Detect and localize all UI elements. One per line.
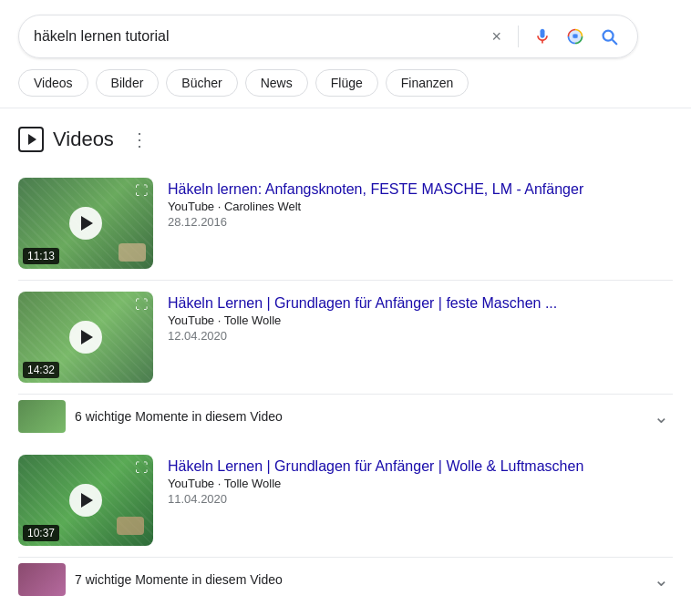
key-moment-thumb-2 bbox=[18, 400, 66, 433]
video-title-2[interactable]: Häkeln Lernen | Grundlagen für Anfänger … bbox=[168, 295, 557, 311]
key-moments-row-3: 7 wichtige Momente in diesem Video ⌄ bbox=[18, 558, 673, 607]
video-date-3: 11.04.2020 bbox=[168, 492, 673, 506]
tab-finanzen[interactable]: Finanzen bbox=[386, 69, 469, 97]
video-title-1[interactable]: Häkeln lernen: Anfangsknoten, FESTE MASC… bbox=[168, 181, 583, 197]
video-thumbnail-3[interactable]: 10:37 ⛶ bbox=[18, 455, 153, 546]
search-button[interactable] bbox=[595, 23, 623, 50]
video-result-2: 14:32 ⛶ Häkeln Lernen | Grundlagen für A… bbox=[18, 281, 673, 395]
show-all-container: Alle anzeigen → bbox=[18, 607, 673, 616]
microphone-button[interactable] bbox=[530, 24, 555, 49]
key-moments-row-2: 6 wichtige Momente in diesem Video ⌄ bbox=[18, 395, 673, 444]
filter-tabs: Videos Bilder Bücher News Flüge Finanzen bbox=[0, 69, 691, 108]
video-source-1: YouTube · Carolines Welt bbox=[168, 200, 673, 213]
search-input[interactable] bbox=[34, 28, 479, 45]
tab-buecher[interactable]: Bücher bbox=[166, 69, 237, 97]
video-duration-1: 11:13 bbox=[23, 248, 59, 264]
play-button-1[interactable] bbox=[69, 207, 102, 240]
videos-section: Videos ⋮ 11:13 ⛶ Häkeln lernen: Anfangsk… bbox=[0, 108, 691, 616]
video-duration-3: 10:37 bbox=[23, 525, 59, 541]
video-info-2: Häkeln Lernen | Grundlagen für Anfänger … bbox=[168, 292, 673, 343]
tab-fluege[interactable]: Flüge bbox=[315, 69, 378, 97]
video-duration-2: 14:32 bbox=[23, 362, 59, 378]
key-moment-text-3: 7 wichtige Momente in diesem Video bbox=[75, 572, 641, 587]
search-bar: × bbox=[18, 15, 638, 58]
tab-videos[interactable]: Videos bbox=[18, 69, 88, 97]
video-date-1: 28.12.2016 bbox=[168, 215, 673, 229]
key-moment-expand-3[interactable]: ⌄ bbox=[650, 569, 673, 590]
video-source-2: YouTube · Tolle Wolle bbox=[168, 313, 673, 327]
tab-news[interactable]: News bbox=[245, 69, 308, 97]
video-result-1: 11:13 ⛶ Häkeln lernen: Anfangsknoten, FE… bbox=[18, 167, 673, 281]
expand-icon-3: ⛶ bbox=[135, 460, 148, 475]
play-button-3[interactable] bbox=[69, 484, 102, 517]
section-header: Videos ⋮ bbox=[18, 127, 673, 152]
thumb-hand-decoration bbox=[119, 243, 146, 262]
video-info-3: Häkeln Lernen | Grundlagen für Anfänger … bbox=[168, 455, 673, 506]
key-moment-thumb-3 bbox=[18, 563, 66, 596]
thumb-hand-decoration-3 bbox=[117, 517, 144, 535]
key-moment-text-2: 6 wichtige Momente in diesem Video bbox=[75, 409, 641, 424]
section-play-icon bbox=[18, 127, 44, 152]
lens-button[interactable] bbox=[562, 24, 588, 49]
search-bar-container: × bbox=[0, 0, 691, 69]
section-more-button[interactable]: ⋮ bbox=[125, 127, 154, 152]
video-date-2: 12.04.2020 bbox=[168, 329, 673, 343]
video-thumbnail-1[interactable]: 11:13 ⛶ bbox=[18, 178, 153, 269]
key-moment-expand-2[interactable]: ⌄ bbox=[650, 406, 673, 427]
play-button-2[interactable] bbox=[69, 321, 102, 354]
clear-button[interactable]: × bbox=[486, 26, 507, 46]
video-source-3: YouTube · Tolle Wolle bbox=[168, 477, 673, 490]
expand-icon-1: ⛶ bbox=[135, 183, 148, 198]
search-divider bbox=[518, 26, 519, 47]
section-title: Videos bbox=[53, 128, 114, 151]
video-thumbnail-2[interactable]: 14:32 ⛶ bbox=[18, 292, 153, 383]
video-title-3[interactable]: Häkeln Lernen | Grundlagen für Anfänger … bbox=[168, 458, 583, 474]
video-info-1: Häkeln lernen: Anfangsknoten, FESTE MASC… bbox=[168, 178, 673, 229]
tab-bilder[interactable]: Bilder bbox=[96, 69, 160, 97]
expand-icon-2: ⛶ bbox=[135, 297, 148, 312]
video-result-3: 10:37 ⛶ Häkeln Lernen | Grundlagen für A… bbox=[18, 444, 673, 558]
